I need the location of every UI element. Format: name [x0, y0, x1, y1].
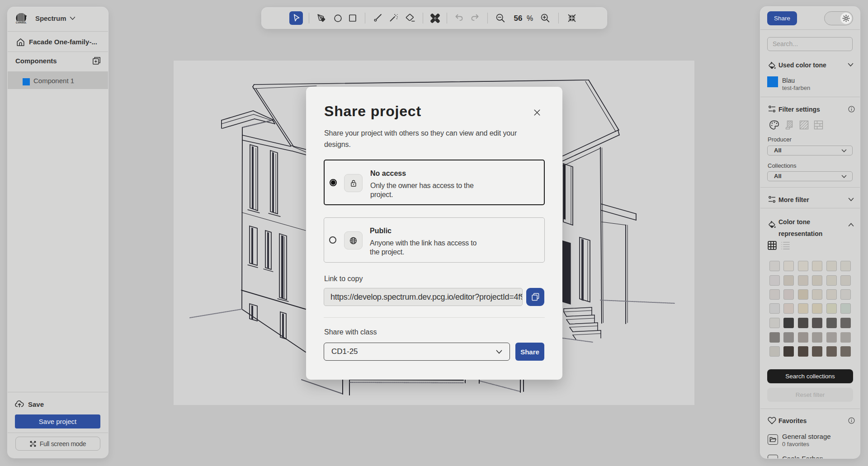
svg-text:CAPAROL: CAPAROL	[16, 22, 27, 24]
